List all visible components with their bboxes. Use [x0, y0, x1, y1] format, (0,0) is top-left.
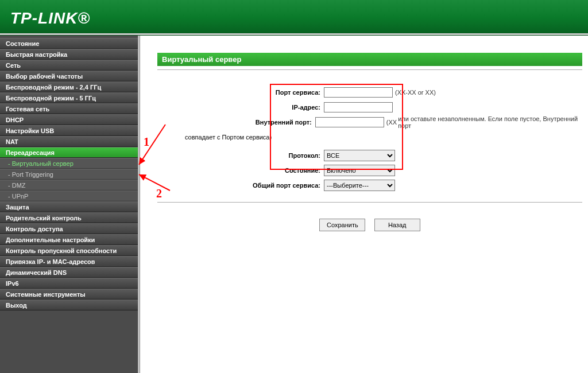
- sidebar-item-9[interactable]: NAT: [0, 136, 138, 147]
- annotation-number-1: 1: [144, 135, 149, 149]
- label-internal-port: Внутренний порт:: [157, 119, 315, 126]
- sidebar: СостояниеБыстрая настройкаСетьВыбор рабо…: [0, 36, 138, 373]
- select-state[interactable]: Включено: [324, 165, 395, 176]
- sidebar-item-8[interactable]: Настройки USB: [0, 125, 138, 136]
- label-protocol: Протокол:: [157, 152, 324, 159]
- label-state: Состояние:: [157, 167, 324, 174]
- divider: [157, 202, 582, 203]
- sidebar-item-15[interactable]: Защита: [0, 201, 138, 212]
- select-common-port[interactable]: ---Выберите---: [324, 180, 395, 191]
- sidebar-subitem-13[interactable]: - DMZ: [0, 180, 138, 191]
- label-common-port: Общий порт сервиса:: [157, 182, 324, 189]
- input-internal-port[interactable]: [315, 117, 384, 127]
- sidebar-item-0[interactable]: Состояние: [0, 38, 138, 49]
- input-service-port[interactable]: [324, 87, 393, 98]
- divider: [157, 69, 582, 70]
- sidebar-item-2[interactable]: Сеть: [0, 60, 138, 71]
- content-area: Виртуальный сервер Порт сервиса: (XX-XX …: [140, 36, 588, 373]
- sidebar-item-20[interactable]: Привязка IP- и MAC-адресов: [0, 256, 138, 267]
- input-ip[interactable]: [324, 102, 393, 112]
- match-note: совпадает с Портом сервиса): [157, 134, 275, 141]
- sidebar-item-22[interactable]: IPv6: [0, 278, 138, 289]
- sidebar-item-7[interactable]: DHCP: [0, 114, 138, 125]
- sidebar-fill: [0, 310, 138, 373]
- select-protocol[interactable]: ВСЕ: [324, 150, 395, 161]
- button-row: Сохранить Назад: [157, 219, 582, 231]
- sidebar-item-1[interactable]: Быстрая настройка: [0, 49, 138, 60]
- form-area: Порт сервиса: (XX-XX or XX) IP-адрес: Вн…: [157, 86, 582, 231]
- sidebar-item-10[interactable]: Переадресация: [0, 147, 138, 158]
- sidebar-item-3[interactable]: Выбор рабочей частоты: [0, 71, 138, 81]
- sidebar-item-24[interactable]: Выход: [0, 300, 138, 310]
- sidebar-item-19[interactable]: Контроль пропускной способности: [0, 245, 138, 256]
- sidebar-item-16[interactable]: Родительский контроль: [0, 212, 138, 223]
- sidebar-item-21[interactable]: Динамический DNS: [0, 267, 138, 278]
- sidebar-item-18[interactable]: Дополнительные настройки маршрутизации: [0, 234, 138, 245]
- brand-logo: TP-LINK®: [10, 9, 90, 28]
- hint-service-port: (XX-XX or XX): [395, 89, 436, 96]
- sidebar-item-4[interactable]: Беспроводной режим - 2,4 ГГц: [0, 81, 138, 92]
- back-button[interactable]: Назад: [374, 219, 420, 231]
- sidebar-subitem-11[interactable]: - Виртуальный сервер: [0, 158, 138, 169]
- sidebar-subitem-14[interactable]: - UPnP: [0, 191, 138, 201]
- sidebar-item-6[interactable]: Гостевая сеть: [0, 103, 138, 114]
- sidebar-item-23[interactable]: Системные инструменты: [0, 289, 138, 300]
- label-ip: IP-адрес:: [157, 104, 324, 111]
- sidebar-subitem-12[interactable]: - Port Triggering: [0, 169, 138, 180]
- save-button[interactable]: Сохранить: [319, 219, 365, 231]
- label-service-port: Порт сервиса:: [157, 89, 324, 96]
- header: TP-LINK®: [0, 0, 588, 36]
- hint-internal-port-prefix: (XX: [386, 119, 397, 126]
- page-title: Виртуальный сервер: [157, 53, 582, 66]
- sidebar-item-5[interactable]: Беспроводной режим - 5 ГГц: [0, 92, 138, 103]
- hint-internal-port-suffix: или оставьте незаполненным. Если поле пу…: [398, 115, 582, 129]
- sidebar-item-17[interactable]: Контроль доступа: [0, 223, 138, 234]
- header-divider: [0, 33, 588, 35]
